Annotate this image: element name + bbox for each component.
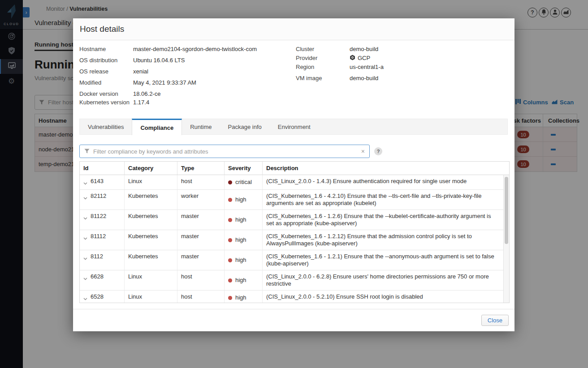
severity-dot <box>228 278 232 282</box>
severity-dot <box>228 198 232 202</box>
chevron-down-icon[interactable] <box>83 180 87 187</box>
gcp-icon <box>350 55 355 62</box>
modal-header: Host details <box>73 18 514 40</box>
detail-label: Modified <box>79 79 133 86</box>
host-details-modal: Host details Hostnamemaster-demo2104-sgo… <box>73 18 514 331</box>
chevron-down-icon[interactable] <box>83 295 87 302</box>
host-details-left: Hostnamemaster-demo2104-sgordon-demo-twi… <box>79 45 257 110</box>
table-scrollbar[interactable] <box>503 175 509 303</box>
severity-dot <box>228 238 232 242</box>
tab-package-info[interactable]: Package info <box>220 119 270 134</box>
chevron-down-icon[interactable] <box>83 235 87 242</box>
severity-dot <box>228 258 232 262</box>
filter-help-button[interactable]: ? <box>374 147 382 155</box>
detail-value: 18.06.2-ce <box>133 90 160 97</box>
detail-value: May 4, 2021 9:33:37 AM <box>133 79 196 86</box>
tab-compliance[interactable]: Compliance <box>132 119 182 135</box>
compliance-row[interactable]: 6628 Linux host high (CIS_Linux_2.0.0 - … <box>80 270 504 291</box>
chevron-down-icon[interactable] <box>83 214 87 222</box>
close-button[interactable]: Close <box>481 315 509 326</box>
detail-value: Ubuntu 16.04.6 LTS <box>133 57 185 64</box>
id-column-header[interactable]: Id <box>80 162 125 175</box>
severity-dot <box>228 296 232 300</box>
severity-column-header[interactable]: Severity <box>225 162 263 175</box>
modal-footer: Close <box>73 309 514 331</box>
compliance-table: Id Category Type Severity Description 61… <box>79 161 510 303</box>
compliance-row[interactable]: 81122 Kubernetes master high (CIS_Kubern… <box>80 210 504 230</box>
detail-label: Kubernetes version <box>79 99 133 106</box>
chevron-down-icon[interactable] <box>83 255 87 262</box>
chevron-down-icon[interactable] <box>83 194 87 201</box>
detail-label: OS distribution <box>79 57 133 64</box>
compliance-table-body: 6143 Linux host critical (CIS_Linux_2.0.… <box>80 175 504 303</box>
tab-environment[interactable]: Environment <box>270 119 319 134</box>
tab-vulnerabilities[interactable]: Vulnerabilities <box>80 119 132 134</box>
detail-label: VM image <box>296 75 350 81</box>
clear-filter-icon[interactable]: × <box>361 148 365 155</box>
scrollbar-thumb[interactable] <box>505 177 508 244</box>
severity-dot <box>228 180 232 184</box>
severity-dot <box>228 218 232 222</box>
detail-value: xenial <box>133 68 148 75</box>
compliance-row[interactable]: 82112 Kubernetes worker high (CIS_Kubern… <box>80 190 504 210</box>
detail-label: Region <box>296 64 350 70</box>
funnel-icon <box>84 147 90 155</box>
detail-value: demo-build <box>350 75 378 81</box>
modal-tabbar: Vulnerabilities Compliance Runtime Packa… <box>79 119 508 135</box>
description-column-header[interactable]: Description <box>263 162 509 175</box>
detail-label: OS release <box>79 68 133 75</box>
compliance-row[interactable]: 6143 Linux host critical (CIS_Linux_2.0.… <box>80 175 504 190</box>
detail-value: GCP <box>358 55 370 61</box>
detail-value: us-central1-a <box>350 64 384 70</box>
category-column-header[interactable]: Category <box>125 162 177 175</box>
compliance-table-header: Id Category Type Severity Description <box>80 162 509 175</box>
compliance-row[interactable]: 81112 Kubernetes master high (CIS_Kubern… <box>80 230 504 250</box>
detail-label: Hostname <box>79 46 133 52</box>
type-column-header[interactable]: Type <box>177 162 225 175</box>
detail-value: 1.17.4 <box>133 99 149 106</box>
compliance-row[interactable]: 8112 Kubernetes master high (CIS_Kuberne… <box>80 250 504 270</box>
detail-label: Cluster <box>296 46 350 52</box>
app-root: CLOUD <box>0 0 588 368</box>
detail-value: master-demo2104-sgordon-demo-twistlock-c… <box>133 46 257 52</box>
host-details-right: Clusterdemo-build Provider GCP Regionus-… <box>296 45 384 83</box>
detail-value: demo-build <box>350 46 378 52</box>
detail-label: Provider <box>296 55 350 61</box>
tab-runtime[interactable]: Runtime <box>182 119 220 134</box>
compliance-row[interactable]: 6528 Linux host high (CIS_Linux_2.0.0 - … <box>80 291 504 303</box>
modal-title: Host details <box>80 24 124 34</box>
detail-label: Docker version <box>79 90 133 97</box>
chevron-down-icon[interactable] <box>83 275 87 282</box>
compliance-filter-input[interactable]: Filter compliance by keywords and attrib… <box>79 145 370 158</box>
compliance-filter-placeholder: Filter compliance by keywords and attrib… <box>93 148 358 155</box>
